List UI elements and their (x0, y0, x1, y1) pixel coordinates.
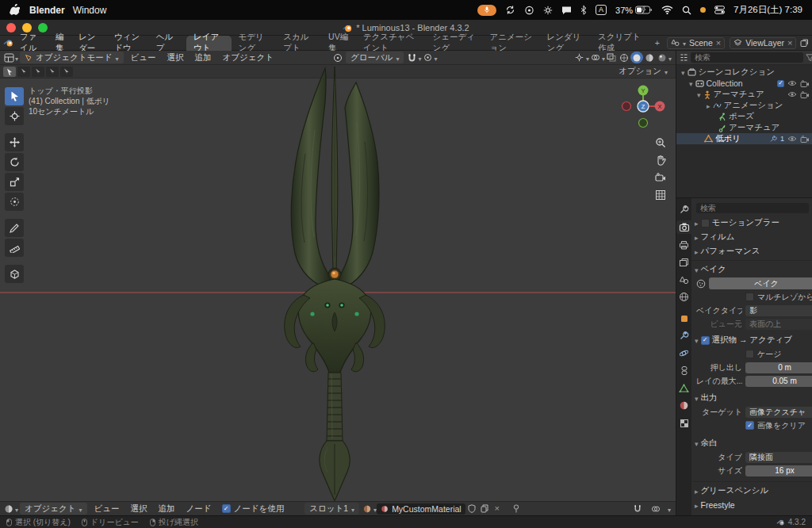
orientation-dropdown[interactable]: グローバル (346, 52, 404, 63)
select-box-tool-button[interactable] (5, 87, 24, 105)
outliner-row-pose[interactable]: ポーズ (676, 111, 812, 122)
from-multires-checkbox[interactable] (745, 293, 754, 301)
panel-selected-to-active[interactable]: 選択物 → アクティブ (695, 333, 812, 347)
hide-eye-icon[interactable] (787, 91, 797, 98)
show-gizmo-icon[interactable] (573, 52, 586, 63)
tab-material[interactable] (676, 399, 691, 412)
workspace-tab-sculpting[interactable]: スカルプト (276, 36, 321, 51)
outliner-search-input[interactable] (691, 52, 803, 63)
select-mode-intersect-icon[interactable] (60, 67, 73, 77)
panel-performance[interactable]: パフォーマンス (695, 244, 812, 258)
shader-menu-view[interactable]: ビュー (89, 501, 125, 516)
transform-pivot-icon[interactable] (331, 52, 344, 63)
menu-window[interactable]: ウィンドウ (109, 36, 151, 51)
target-dropdown[interactable]: 画像テクスチャ (745, 407, 812, 418)
mode-dropdown[interactable]: オブジェクトモード (20, 52, 123, 63)
battery-indicator[interactable]: 37% (615, 6, 653, 15)
tab-view-layer[interactable] (676, 255, 691, 269)
add-cube-tool-button[interactable] (5, 265, 24, 283)
tab-physics[interactable] (676, 346, 691, 360)
menubar-app-name[interactable]: Blender (29, 5, 65, 16)
panel-margin[interactable]: 余白 (695, 436, 812, 450)
collection-checkbox[interactable] (777, 80, 784, 87)
scene-unlink-icon[interactable] (716, 38, 721, 48)
bake-type-dropdown[interactable]: 影 (745, 305, 812, 316)
expand-icon[interactable] (689, 78, 693, 88)
outliner-row-armature-data[interactable]: アーマチュア (676, 122, 812, 133)
disable-render-camera-icon[interactable] (800, 80, 810, 87)
zoom-view-button[interactable] (653, 135, 668, 151)
panel-freestyle[interactable]: Freestyle (695, 498, 812, 512)
workspace-tab-scripting[interactable]: スクリプト作成 (591, 36, 648, 51)
apple-icon[interactable] (10, 4, 20, 16)
use-nodes-checkbox[interactable] (222, 504, 231, 513)
annotate-tool-button[interactable] (5, 219, 24, 237)
shader-menu-select[interactable]: 選択 (125, 501, 153, 516)
menu-edit[interactable]: 編集 (50, 36, 73, 51)
unlink-material-icon[interactable] (491, 503, 504, 515)
sync-icon[interactable] (505, 5, 515, 15)
move-tool-button[interactable] (5, 133, 24, 151)
menu-file[interactable]: ファイル (14, 36, 50, 51)
clear-image-checkbox[interactable] (745, 421, 754, 430)
outliner-row-lowpoly[interactable]: 低ポリ 1 (676, 133, 812, 144)
disable-render-camera-icon[interactable] (800, 91, 810, 98)
rotate-tool-button[interactable] (5, 153, 24, 171)
cursor-tool-button[interactable] (5, 107, 24, 125)
shading-material-icon[interactable] (643, 52, 656, 63)
tab-object[interactable] (676, 312, 691, 325)
wifi-icon[interactable] (661, 6, 673, 14)
expand-icon[interactable] (697, 90, 701, 99)
slot-dropdown[interactable]: スロット1 (304, 503, 359, 515)
shader-editor-type-icon[interactable] (2, 503, 15, 515)
camera-view-button[interactable] (653, 170, 668, 186)
outliner-filter-icon[interactable] (806, 52, 812, 63)
spotlight-icon[interactable] (682, 6, 691, 15)
select-mode-set-icon[interactable] (3, 67, 16, 77)
workspace-tab-modeling[interactable]: モデリング (232, 36, 277, 51)
expand-icon[interactable] (681, 67, 685, 77)
snap-magnet-icon[interactable] (405, 52, 418, 63)
bake-button[interactable]: ベイク (709, 277, 812, 289)
shader-editor-type-caret[interactable] (15, 504, 18, 514)
workspace-tab-layout[interactable]: レイアウト (186, 36, 232, 51)
workspace-tab-animation[interactable]: アニメーション (482, 36, 539, 51)
workspace-tab-texture-paint[interactable]: テクスチャペイント (356, 36, 426, 51)
panel-film[interactable]: フィルム (695, 230, 812, 244)
scene-selector[interactable]: Scene (667, 37, 725, 49)
cage-checkbox[interactable] (745, 350, 754, 358)
pin-icon[interactable] (510, 503, 523, 515)
select-mode-subtract-icon[interactable] (32, 67, 44, 77)
outliner-row-scene-collection[interactable]: シーンコレクション (676, 67, 812, 78)
copy-material-icon[interactable] (478, 503, 491, 515)
selected-to-active-checkbox[interactable] (701, 336, 710, 345)
toggle-xray-icon[interactable] (605, 52, 618, 63)
shader-menu-add[interactable]: 追加 (153, 501, 181, 516)
viewport-canvas[interactable]: オプション トップ・平行投影 (41) Collection | 低ポリ 10セ… (0, 65, 676, 501)
proportional-caret[interactable] (435, 53, 438, 63)
viewport-menu-view[interactable]: ビュー (125, 50, 162, 65)
disable-render-camera-icon[interactable] (800, 136, 810, 143)
viewport-menu-select[interactable]: 選択 (162, 50, 190, 65)
blender-menu-icon[interactable] (3, 37, 14, 49)
material-name-field[interactable]: MyCustomMaterial (377, 503, 465, 515)
viewlayer-selector[interactable]: ViewLayer (730, 37, 796, 49)
hide-eye-icon[interactable] (787, 80, 797, 86)
modifier-wrench-icon[interactable] (769, 135, 777, 143)
select-mode-invert-icon[interactable] (46, 67, 59, 77)
extrusion-field[interactable]: 0 m (745, 362, 812, 373)
viewport-menu-object[interactable]: オブジェクト (217, 50, 279, 65)
chat-icon[interactable] (561, 6, 572, 15)
gizmo-x-negative[interactable] (622, 102, 631, 111)
tab-tool[interactable] (676, 203, 691, 216)
panel-motion-blur[interactable]: モーションブラー (695, 216, 812, 230)
shader-options-caret[interactable] (668, 504, 671, 514)
expand-icon[interactable] (707, 101, 710, 110)
gizmo-y-negative[interactable] (639, 119, 648, 128)
add-workspace-button[interactable]: + (648, 36, 667, 51)
tab-scene[interactable] (676, 273, 691, 286)
control-center-icon[interactable] (714, 6, 725, 14)
menubar-item-window[interactable]: Window (73, 5, 107, 16)
outliner-row-collection[interactable]: Collection (676, 78, 812, 89)
tab-render[interactable] (676, 220, 691, 234)
